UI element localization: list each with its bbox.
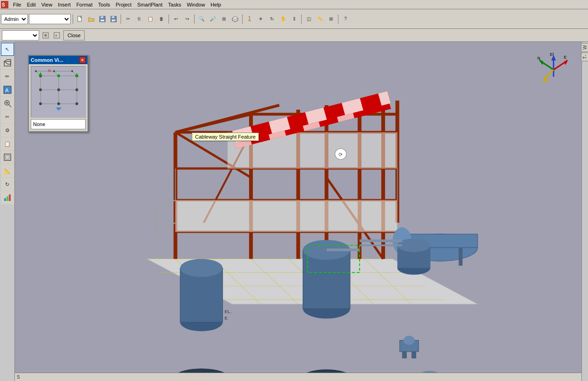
sidebar-frame-tool[interactable] bbox=[1, 151, 14, 164]
sidebar-clipboard-tool[interactable]: 📋 bbox=[1, 137, 14, 150]
menu-tasks[interactable]: Tasks bbox=[165, 1, 184, 8]
admin-dropdown[interactable]: Admin bbox=[1, 14, 28, 24]
sidebar-measure-tool[interactable]: 📐 bbox=[1, 164, 14, 177]
svg-point-127 bbox=[75, 88, 78, 91]
menu-smartplant[interactable]: SmartPlant bbox=[135, 1, 165, 8]
svg-rect-77 bbox=[459, 247, 462, 266]
fly-button[interactable]: ✈ bbox=[256, 14, 266, 24]
menu-bar: S File Edit View Insert Format Tools Pro… bbox=[0, 0, 588, 9]
open-button[interactable] bbox=[86, 14, 96, 24]
svg-point-133 bbox=[71, 70, 73, 72]
menu-tools[interactable]: Tools bbox=[95, 1, 113, 8]
svg-point-88 bbox=[397, 239, 430, 252]
zoom-out-button[interactable]: 🔎 bbox=[208, 14, 218, 24]
right-panel-tab-t[interactable]: T- bbox=[581, 53, 588, 61]
compass-svg: El N E bbox=[530, 51, 568, 88]
cut-button[interactable]: ✂ bbox=[123, 14, 133, 24]
menu-insert[interactable]: Insert bbox=[55, 1, 74, 8]
common-views-title: Common Vi... bbox=[31, 57, 63, 63]
svg-rect-91 bbox=[402, 352, 407, 359]
fit-button[interactable]: ⊞ bbox=[219, 14, 229, 24]
pan-button[interactable]: ✋ bbox=[278, 14, 288, 24]
svg-text:⟳: ⟳ bbox=[338, 152, 343, 157]
svg-text:+: + bbox=[114, 20, 116, 22]
svg-text:A: A bbox=[5, 87, 9, 93]
sidebar-fill-tool[interactable]: A bbox=[1, 83, 14, 96]
rotate3d-button[interactable]: ↻ bbox=[267, 14, 277, 24]
save-as-button[interactable]: + bbox=[108, 14, 119, 24]
toolbar-row2-btn2[interactable]: + bbox=[52, 31, 61, 40]
right-panel: W T- bbox=[581, 42, 588, 381]
zoom-in-button[interactable]: 🔍 bbox=[196, 14, 207, 24]
menu-window[interactable]: Window bbox=[184, 1, 208, 8]
menu-project[interactable]: Project bbox=[113, 1, 134, 8]
save-button[interactable] bbox=[97, 14, 108, 24]
svg-point-90 bbox=[404, 336, 415, 345]
sidebar-select-tool[interactable]: ↖ bbox=[1, 43, 14, 56]
paste-button[interactable]: 📋 bbox=[145, 14, 155, 24]
status-bar: S bbox=[15, 373, 581, 381]
common-views-close[interactable]: × bbox=[79, 57, 86, 63]
zoom3d-button[interactable]: ⇕ bbox=[289, 14, 299, 24]
delete-button[interactable]: 🗑 bbox=[156, 14, 167, 24]
mode-dropdown[interactable] bbox=[2, 30, 39, 40]
svg-text:S: S bbox=[2, 2, 5, 7]
scene-3d: ⟳ EL. E bbox=[15, 42, 581, 381]
sidebar-settings-tool[interactable]: ⚙ bbox=[1, 124, 14, 137]
menu-help[interactable]: Help bbox=[208, 1, 224, 8]
walk-button[interactable]: 🚶 bbox=[244, 14, 255, 24]
menu-edit[interactable]: Edit bbox=[24, 1, 39, 8]
compass: El N E bbox=[530, 51, 568, 88]
sidebar-box-tool[interactable] bbox=[1, 56, 14, 69]
svg-point-128 bbox=[39, 102, 42, 105]
separator-3 bbox=[169, 14, 169, 24]
svg-marker-17 bbox=[4, 60, 11, 64]
secondary-dropdown[interactable] bbox=[29, 14, 71, 24]
svg-marker-60 bbox=[176, 200, 398, 232]
svg-point-131 bbox=[35, 70, 37, 72]
svg-line-21 bbox=[9, 105, 11, 107]
sidebar-pencil-tool[interactable]: ✏ bbox=[1, 70, 14, 83]
svg-text:+: + bbox=[55, 33, 57, 38]
svg-rect-27 bbox=[7, 196, 8, 201]
menu-view[interactable]: View bbox=[39, 1, 55, 8]
section-cut-button[interactable]: ◫ bbox=[304, 14, 314, 24]
svg-point-129 bbox=[57, 102, 60, 105]
separator-4 bbox=[194, 14, 195, 24]
sidebar-zoom-tool[interactable] bbox=[1, 97, 14, 110]
sidebar-data-tool[interactable] bbox=[1, 191, 14, 204]
view3d-button[interactable] bbox=[230, 14, 240, 24]
svg-rect-7 bbox=[112, 16, 115, 18]
common-views-titlebar: Common Vi... × bbox=[29, 56, 88, 64]
main-toolbar: Admin + ✂ ⎘ 📋 🗑 ↩ ↪ 🔍 🔎 ⊞ 🚶 ✈ ↻ ✋ ⇕ ◫ 📏 … bbox=[0, 9, 588, 29]
toolbar-row2-btn1[interactable] bbox=[41, 31, 50, 40]
svg-rect-5 bbox=[101, 20, 104, 21]
measure-btn[interactable]: 📏 bbox=[315, 14, 325, 24]
svg-rect-4 bbox=[101, 16, 103, 18]
svg-point-132 bbox=[53, 70, 55, 72]
menu-file[interactable]: File bbox=[10, 1, 24, 8]
app-icon: S bbox=[1, 1, 8, 8]
north-label: N bbox=[537, 56, 541, 60]
svg-text:N: N bbox=[48, 68, 51, 73]
viewport[interactable]: ⟳ EL. E Common Vi... × bbox=[15, 42, 581, 381]
views-grid-svg: N bbox=[31, 67, 86, 118]
svg-rect-28 bbox=[9, 194, 11, 201]
copy-button[interactable]: ⎘ bbox=[134, 14, 144, 24]
east-label: E bbox=[564, 55, 567, 60]
right-panel-tab-w[interactable]: W bbox=[581, 43, 588, 52]
separator-2 bbox=[121, 14, 121, 24]
sidebar-cut-tool[interactable]: ✂ bbox=[1, 110, 14, 123]
grid-btn[interactable]: ⊞ bbox=[326, 14, 336, 24]
sidebar-rotate-tool[interactable]: ↻ bbox=[1, 178, 14, 191]
menu-format[interactable]: Format bbox=[74, 1, 95, 8]
undo-button[interactable]: ↩ bbox=[171, 14, 181, 24]
redo-button[interactable]: ↪ bbox=[182, 14, 192, 24]
main-layout: ↖ ✏ A ✂ ⚙ 📋 📐 ↻ bbox=[0, 42, 588, 381]
close-button[interactable]: Close bbox=[63, 30, 85, 40]
help-button[interactable]: ? bbox=[340, 14, 351, 24]
svg-text:EL.: EL. bbox=[224, 309, 231, 314]
new-button[interactable] bbox=[75, 14, 85, 24]
svg-rect-92 bbox=[412, 352, 416, 359]
separator-7 bbox=[338, 14, 338, 24]
